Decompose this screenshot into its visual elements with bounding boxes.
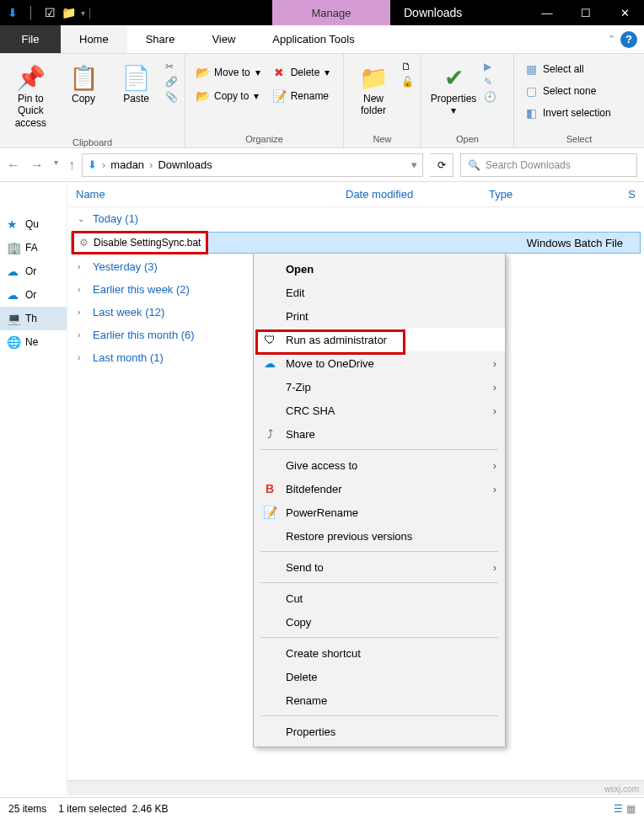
home-tab[interactable]: Home [61, 25, 127, 53]
group-select: Select [514, 134, 644, 147]
open-icon[interactable]: ▶ [484, 61, 496, 72]
history-icon[interactable]: 🕘 [484, 91, 496, 103]
expand-icon: › [78, 330, 88, 340]
newfolder-button[interactable]: 📁New folder [351, 59, 396, 120]
address-bar[interactable]: ⬇ › madan › Downloads ▾ [82, 153, 423, 177]
selectall-button[interactable]: ▦Select all [521, 61, 614, 78]
group-today[interactable]: ⌄Today (1) [67, 207, 644, 230]
ctx-powerrename[interactable]: 📝PowerRename [254, 500, 505, 524]
file-row-selected[interactable]: ⚙ Disable SettingSync.bat Windows Batch … [71, 232, 641, 254]
moveto-button[interactable]: 📂Move to ▾ [192, 64, 264, 81]
titlebar: ⬇ │ ☑ 📁 ▾ │ Manage Downloads ― ☐ ✕ [0, 0, 644, 25]
pin-quickaccess-button[interactable]: 📌Pin to Quick access [7, 59, 55, 132]
path-seg-user[interactable]: madan [110, 158, 144, 171]
ctx-7zip[interactable]: 7-Zip› [254, 375, 505, 399]
ctx-runadmin[interactable]: 🛡Run as administrator [254, 328, 505, 351]
expand-icon: › [78, 308, 88, 317]
refresh-button[interactable]: ⟳ [430, 153, 453, 177]
ctx-open[interactable]: Open [254, 257, 505, 281]
nav-fa[interactable]: 🏢FA [0, 236, 67, 260]
ctx-rename[interactable]: Rename [254, 688, 505, 712]
file-tab[interactable]: File [0, 25, 61, 53]
ctx-share[interactable]: ⤴Share [254, 422, 505, 446]
manage-tab[interactable]: Manage [272, 0, 390, 25]
ctx-separator [260, 551, 498, 552]
col-size[interactable]: S [620, 188, 644, 201]
context-menu: Open Edit Print 🛡Run as administrator ☁M… [253, 253, 506, 747]
cut-icon[interactable]: ✂ [165, 61, 178, 72]
app-tools-tab[interactable]: Application Tools [254, 25, 373, 53]
group-new: New [344, 134, 421, 147]
help-icon[interactable]: ? [620, 31, 637, 48]
folder-small-icon[interactable]: 📁 [59, 3, 78, 22]
ctx-properties[interactable]: Properties [254, 720, 505, 743]
up-button[interactable]: ↑ [68, 158, 75, 173]
col-date[interactable]: Date modified [337, 188, 480, 201]
col-name[interactable]: Name [67, 188, 337, 201]
share-tab[interactable]: Share [127, 25, 194, 53]
path-seg-downloads[interactable]: Downloads [158, 158, 212, 171]
nav-pane: ★Qu 🏢FA ☁Or ☁Or 💻Th 🌐Ne [0, 182, 67, 789]
collapse-ribbon-icon[interactable]: ⌃ [608, 34, 615, 45]
maximize-button[interactable]: ☐ [566, 0, 605, 25]
address-bar-row: ← → ▾ ↑ ⬇ › madan › Downloads ▾ ⟳ 🔍 Sear… [0, 148, 644, 182]
batfile-icon: ⚙ [79, 237, 89, 249]
ctx-copy[interactable]: Copy [254, 610, 505, 634]
newfolder-icon: 📁 [359, 62, 389, 93]
nav-onedrive2[interactable]: ☁Or [0, 283, 67, 307]
ctx-separator [260, 582, 498, 583]
nav-quickaccess[interactable]: ★Qu [0, 212, 67, 236]
copypath-icon[interactable]: 🔗 [165, 76, 178, 88]
ctx-edit[interactable]: Edit [254, 281, 505, 304]
file-highlight: ⚙ Disable SettingSync.bat [72, 231, 208, 254]
ctx-onedrive[interactable]: ☁Move to OneDrive› [254, 351, 505, 375]
close-button[interactable]: ✕ [605, 0, 644, 25]
ctx-bitdefender[interactable]: BBitdefender› [254, 477, 505, 500]
nav-onedrive1[interactable]: ☁Or [0, 260, 67, 283]
ctx-shortcut[interactable]: Create shortcut [254, 641, 505, 665]
qat-sep: │ [22, 3, 40, 22]
edit-icon[interactable]: ✎ [484, 76, 496, 88]
ctx-delete[interactable]: Delete [254, 665, 505, 688]
view-tab[interactable]: View [193, 25, 254, 53]
forward-button[interactable]: → [30, 158, 44, 173]
copyto-button[interactable]: 📂Copy to ▾ [192, 88, 264, 104]
minimize-button[interactable]: ― [528, 0, 566, 25]
window-title: Downloads [404, 6, 462, 19]
column-headers: Name Date modified Type S [67, 182, 644, 207]
pc-icon: 💻 [7, 312, 20, 325]
path-dropdown-icon[interactable]: ▾ [411, 158, 417, 171]
selectall-icon: ▦ [524, 62, 538, 76]
ctx-print[interactable]: Print [254, 304, 505, 328]
ctx-restore[interactable]: Restore previous versions [254, 524, 505, 548]
selectnone-icon: ▢ [524, 84, 538, 98]
pasteshortcut-icon[interactable]: 📎 [165, 91, 178, 103]
view-large-icon[interactable]: ▦ [626, 803, 636, 815]
view-details-icon[interactable]: ☰ [614, 803, 623, 815]
nav-network[interactable]: 🌐Ne [0, 330, 67, 354]
dropdown-icon[interactable]: ▾ │ [78, 3, 96, 22]
selectnone-button[interactable]: ▢Select none [521, 83, 614, 99]
ribbon: 📌Pin to Quick access 📋Copy 📄Paste ✂ 🔗 📎 … [0, 54, 644, 148]
down-arrow-icon[interactable]: ⬇ [3, 3, 22, 22]
invertsel-button[interactable]: ◧Invert selection [521, 104, 614, 121]
ctx-crcsha[interactable]: CRC SHA› [254, 399, 505, 422]
easyaccess-icon[interactable]: 🔓 [401, 76, 414, 88]
newitem-icon[interactable]: 🗋 [401, 61, 414, 72]
col-type[interactable]: Type [480, 188, 620, 201]
paste-button[interactable]: 📄Paste [112, 59, 160, 108]
ctx-cut[interactable]: Cut [254, 586, 505, 610]
copy-button[interactable]: 📋Copy [60, 59, 108, 108]
group-open: Open [421, 134, 513, 147]
search-box[interactable]: 🔍 Search Downloads [460, 153, 637, 177]
checkbox-icon[interactable]: ☑ [40, 3, 59, 22]
back-button[interactable]: ← [7, 158, 20, 173]
rename-button[interactable]: 📝Rename [269, 88, 334, 104]
properties-button[interactable]: ✔Properties ▾ [428, 59, 479, 120]
delete-button[interactable]: ✖Delete ▾ [269, 64, 334, 81]
ctx-access[interactable]: Give access to› [254, 453, 505, 477]
horizontal-scrollbar[interactable] [67, 780, 644, 795]
nav-thispc[interactable]: 💻Th [0, 307, 67, 330]
recent-dropdown-icon[interactable]: ▾ [54, 158, 58, 173]
ctx-sendto[interactable]: Send to› [254, 555, 505, 579]
